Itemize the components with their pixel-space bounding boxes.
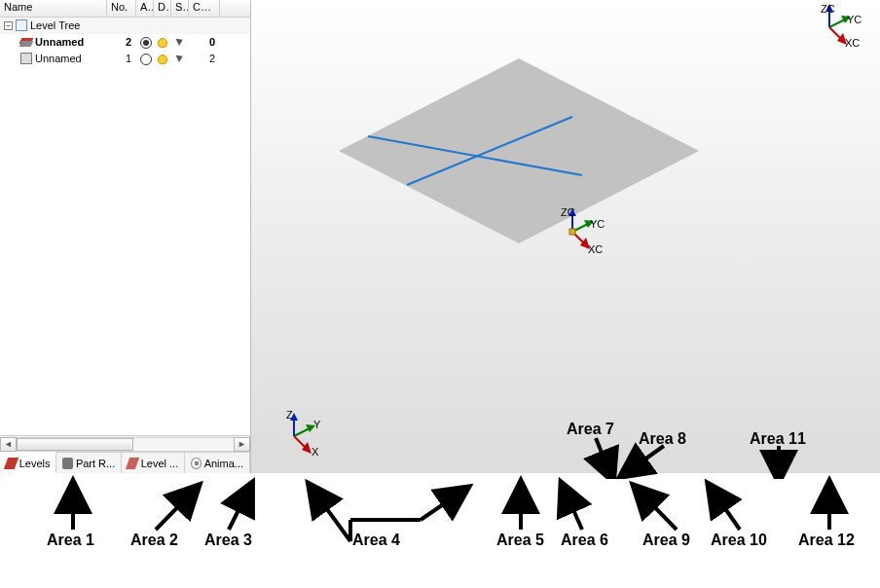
cursor-icon[interactable] (175, 37, 187, 49)
annotation-label: Area 6 (561, 532, 608, 549)
radio-on-icon[interactable] (140, 37, 152, 49)
annotation-label: Area 12 (798, 532, 855, 549)
col-header-display[interactable]: D.. (154, 0, 171, 17)
svg-text:X: X (312, 446, 319, 458)
scroll-left-button[interactable]: ◄ (0, 437, 17, 452)
levels-icon (4, 458, 18, 469)
level-count: 2 (189, 53, 220, 64)
tab-level-references[interactable]: Level ... (122, 453, 185, 473)
radio-off-icon[interactable] (140, 54, 152, 65)
annotation-label: Area 4 (352, 532, 400, 549)
svg-text:Y: Y (313, 419, 321, 430)
svg-line-34 (229, 495, 246, 530)
ground-plane (339, 58, 699, 243)
level-name: Unnamed (35, 53, 82, 64)
bulb-icon[interactable] (158, 38, 167, 48)
status-in[interactable]: IN (545, 475, 568, 491)
col-header-name[interactable]: Name (0, 0, 107, 17)
annotation-label: Area 1 (47, 532, 94, 549)
status-zc[interactable]: ZC=0.0000 (397, 475, 463, 491)
status-display-view[interactable]: Set Display View (18, 475, 146, 491)
tree-root-row[interactable]: − Level Tree (0, 18, 250, 34)
level-icon (20, 36, 32, 48)
tab-levels[interactable]: Levels (0, 452, 56, 473)
svg-text:XC: XC (588, 243, 603, 255)
collapse-icon[interactable]: − (4, 21, 13, 30)
table-row[interactable]: Unnamed 2 0 (0, 34, 250, 51)
col-header-active[interactable]: A.. (136, 0, 154, 17)
cursor-icon[interactable] (175, 54, 187, 65)
status-indicator[interactable] (2, 476, 16, 490)
csys-gizmo-top-right: ZC YC XC (812, 4, 859, 51)
svg-marker-0 (339, 58, 699, 243)
col-header-select[interactable]: S.. (171, 0, 189, 17)
level-icon (126, 458, 140, 469)
svg-text:YC: YC (590, 218, 605, 230)
svg-marker-27 (302, 442, 312, 454)
status-zfree[interactable]: Z Free (598, 475, 637, 491)
table-row[interactable]: Unnamed 1 2 (0, 51, 250, 67)
annotation-label: Area 3 (204, 532, 252, 549)
bulb-icon[interactable] (158, 55, 167, 64)
csys-gizmo-center: ZC YC XC (553, 204, 604, 257)
origin-gizmo: Z Y X (275, 409, 323, 459)
panel-tabs: Levels Part R... Level ... Anima... (0, 452, 250, 473)
level-count: 0 (189, 36, 220, 48)
svg-line-40 (567, 495, 582, 530)
part-icon (62, 458, 72, 469)
tree-icon (16, 19, 27, 31)
resize-grip-icon[interactable] (866, 476, 880, 490)
status-cpl[interactable]: CPL (568, 475, 598, 491)
horizontal-scrollbar[interactable]: ◄ ► (0, 435, 250, 452)
svg-text:Z: Z (286, 409, 293, 421)
annotation-label: Area 9 (642, 532, 690, 549)
status-xc[interactable]: XC=16.4305 (253, 475, 327, 491)
tab-part-references[interactable]: Part R... (56, 453, 122, 473)
svg-line-35 (316, 495, 350, 541)
level-tree-panel: Name No. A.. D.. S.. Co... − Level Tree (0, 0, 251, 473)
col-header-count[interactable]: Co... (189, 0, 220, 17)
scroll-track[interactable] (17, 437, 234, 452)
svg-text:YC: YC (847, 14, 862, 25)
status-rec[interactable]: REC (748, 475, 777, 491)
status-a[interactable]: A=2 (146, 475, 195, 491)
level-number: 2 (107, 36, 136, 48)
status-yc[interactable]: YC=-2.3088 (327, 475, 397, 491)
svg-text:ZC: ZC (561, 206, 575, 218)
svg-line-42 (715, 495, 740, 530)
annotation-label: Area 2 (130, 532, 178, 549)
svg-line-41 (642, 495, 677, 530)
status-dv[interactable]: DV=7 (504, 475, 545, 491)
level-name: Unnamed (35, 36, 84, 48)
scroll-thumb[interactable] (17, 438, 133, 451)
tree-root-label: Level Tree (30, 19, 80, 31)
status-d[interactable]: D=0.0000 (637, 475, 693, 491)
level-icon (20, 53, 32, 64)
status-cp[interactable]: CP=1 (463, 475, 504, 491)
status-snap[interactable]: Pos Snap (693, 475, 748, 491)
level-number: 1 (107, 53, 136, 64)
col-header-no[interactable]: No. (107, 0, 136, 17)
status-bar: Set Display View A=2 S=0.3001 XC=16.4305… (0, 473, 880, 491)
svg-line-38 (421, 495, 458, 520)
annotation-label: Area 5 (496, 532, 544, 549)
svg-text:ZC: ZC (821, 3, 835, 15)
3d-viewport[interactable]: ZC YC XC ZC YC XC (251, 0, 880, 473)
svg-line-33 (156, 495, 190, 530)
tree-header: Name No. A.. D.. S.. Co... (0, 0, 250, 18)
annotation-label: Area 10 (711, 532, 767, 549)
scroll-right-button[interactable]: ► (234, 437, 250, 452)
svg-text:XC: XC (845, 37, 860, 49)
gear-icon (191, 458, 201, 469)
status-s[interactable]: S=0.3001 (195, 475, 253, 491)
svg-rect-18 (569, 229, 575, 235)
tab-animation[interactable]: Anima... (185, 453, 250, 473)
